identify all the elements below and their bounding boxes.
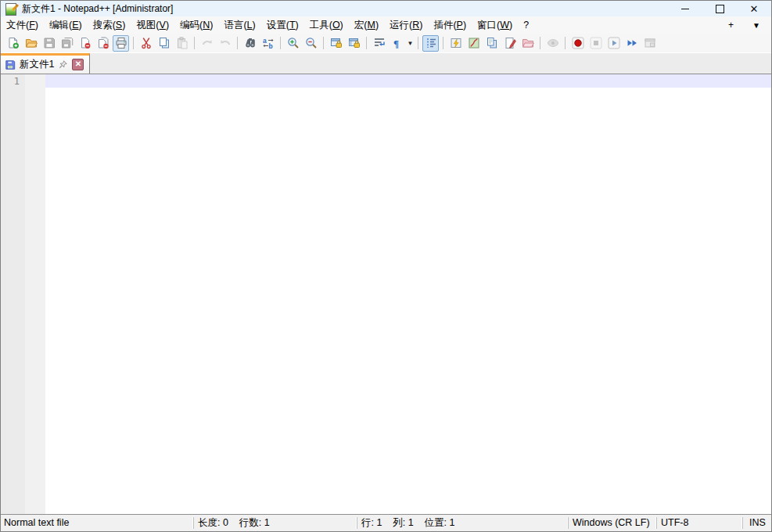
zoom-in-button[interactable] (285, 35, 301, 52)
close-tab-icon[interactable]: ✕ (72, 59, 84, 70)
document-map-button[interactable] (465, 35, 482, 52)
menu-item-settings[interactable]: 设置(T) (261, 17, 304, 34)
folder-workspace-icon (522, 37, 534, 49)
menu-item-run[interactable]: 运行(R) (384, 17, 428, 34)
menu-item-window[interactable]: 窗口(W) (472, 17, 518, 34)
zoom-out-button[interactable] (303, 35, 319, 52)
sync-horizontal-scroll-button[interactable] (346, 35, 362, 52)
record-macro-icon (572, 37, 584, 49)
function-list-button[interactable] (447, 35, 464, 52)
toolbar-separator (540, 37, 540, 49)
find-button[interactable] (242, 35, 258, 52)
bookmark-margin[interactable] (25, 74, 45, 514)
new-file-icon (7, 37, 20, 49)
status-insert-mode[interactable]: INS (742, 517, 771, 529)
redo-button[interactable] (217, 35, 233, 52)
menu-item-macro[interactable]: 宏(M) (349, 17, 384, 34)
toolbar-separator (237, 37, 238, 49)
editor-area[interactable]: 1 (1, 74, 771, 514)
print-button[interactable] (113, 35, 129, 52)
play-macro-button[interactable] (605, 35, 622, 52)
show-all-characters-icon: ¶ (391, 37, 404, 49)
indent-guide-button[interactable] (422, 35, 439, 52)
minimize-button[interactable] (668, 1, 702, 16)
save-button[interactable] (41, 35, 57, 52)
undo-button[interactable] (199, 35, 215, 52)
status-bar: Normal text file 长度: 0 行数: 1 行: 1 列: 1 位… (1, 514, 771, 531)
copy-button[interactable] (156, 35, 172, 52)
sync-horizontal-scroll-icon (348, 37, 361, 49)
open-folder-button[interactable] (23, 35, 39, 52)
play-macro-icon (608, 37, 620, 49)
svg-text:a: a (263, 37, 267, 45)
file-pen-button[interactable] (501, 35, 518, 52)
stop-macro-button[interactable] (587, 35, 604, 52)
zoom-out-icon (305, 37, 318, 49)
replace-icon: ab (262, 37, 275, 49)
sync-vertical-scroll-icon (330, 37, 343, 49)
svg-text:b: b (268, 42, 272, 49)
zoom-in-icon (287, 37, 300, 49)
run-macro-multiple-icon (626, 37, 638, 49)
menu-item-encoding[interactable]: 编码(N) (174, 17, 218, 34)
maximize-button[interactable] (702, 1, 737, 16)
line-number-margin: 1 (1, 74, 25, 514)
close-icon: ✕ (750, 4, 759, 14)
current-line-highlight (45, 74, 771, 88)
new-file-button[interactable] (5, 35, 21, 52)
status-encoding[interactable]: UTF-8 (656, 517, 742, 529)
pin-tab-icon[interactable] (58, 59, 68, 70)
show-symbols-dropdown-button[interactable]: ▼ (406, 35, 415, 52)
file-pen-icon (504, 37, 516, 49)
close-all-files-icon (97, 37, 110, 49)
close-all-files-button[interactable] (95, 35, 111, 52)
menu-item-file[interactable]: 文件(F) (1, 17, 44, 34)
toolbar-separator (565, 37, 566, 49)
paste-button[interactable] (174, 35, 190, 52)
close-button[interactable]: ✕ (737, 1, 771, 16)
cut-button[interactable] (138, 35, 154, 52)
cut-icon (140, 37, 153, 49)
monitoring-eye-icon (547, 37, 559, 49)
new-tab-button[interactable]: + (719, 20, 743, 31)
toolbar: ab¶▼ (1, 34, 771, 52)
menu-bar: 文件(F)编辑(E)搜索(S)视图(V)编码(N)语言(L)设置(T)工具(O)… (1, 16, 771, 34)
menu-item-edit[interactable]: 编辑(E) (44, 17, 88, 34)
word-wrap-button[interactable] (371, 35, 387, 52)
menu-item-tools[interactable]: 工具(O) (304, 17, 349, 34)
save-macro-button[interactable] (641, 35, 658, 52)
toolbar-separator (323, 37, 324, 49)
tab-new-file-1[interactable]: 新文件1 ✕ (1, 53, 90, 74)
status-length-lines: 长度: 0 行数: 1 (193, 517, 357, 529)
run-macro-multiple-button[interactable] (623, 35, 640, 52)
open-folder-icon (25, 37, 38, 49)
show-all-characters-button[interactable]: ¶ (389, 35, 405, 52)
text-content[interactable] (45, 74, 771, 514)
record-macro-button[interactable] (569, 35, 586, 52)
menu-item-view[interactable]: 视图(V) (131, 17, 174, 34)
sync-vertical-scroll-button[interactable] (328, 35, 344, 52)
menu-item-plugins[interactable]: 插件(P) (428, 17, 472, 34)
function-list-icon (450, 37, 462, 49)
save-all-button[interactable] (59, 35, 75, 52)
redo-icon (219, 37, 232, 49)
close-file-button[interactable] (77, 35, 93, 52)
document-list-button[interactable] (483, 35, 500, 52)
status-eol-format[interactable]: Windows (CR LF) (568, 517, 656, 529)
notepadpp-logo-icon (5, 3, 17, 15)
toolbar-separator (366, 37, 367, 49)
undo-icon (201, 37, 214, 49)
tab-list-button[interactable]: ▼ (743, 21, 771, 30)
monitoring-eye-button[interactable] (544, 35, 561, 52)
menu-item-search[interactable]: 搜索(S) (88, 17, 131, 34)
minimize-icon (681, 9, 689, 9)
menu-item-language[interactable]: 语言(L) (218, 17, 260, 34)
notepadpp-window: 新文件1 - Notepad++ [Administrator] ✕ 文件(F)… (0, 0, 772, 532)
stop-macro-icon (590, 37, 602, 49)
status-cursor-position: 行: 1 列: 1 位置: 1 (357, 517, 568, 529)
toolbar-separator (443, 37, 443, 49)
toolbar-separator (194, 37, 195, 49)
folder-workspace-button[interactable] (519, 35, 536, 52)
replace-button[interactable]: ab (260, 35, 276, 52)
menu-item-help[interactable]: ? (518, 18, 534, 32)
